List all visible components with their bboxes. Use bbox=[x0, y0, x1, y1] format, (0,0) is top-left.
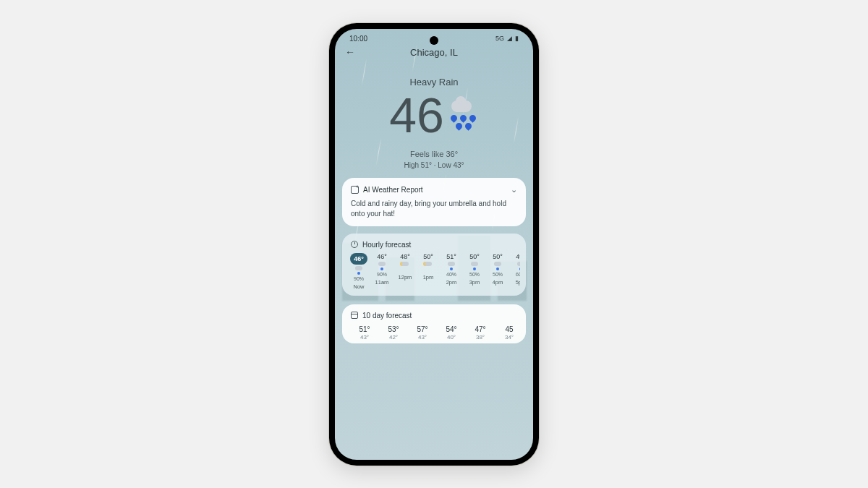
rain-icon bbox=[377, 262, 387, 270]
hour-col[interactable]: 49° 60% 5pm bbox=[510, 253, 520, 290]
day-col[interactable]: 51° 43° bbox=[351, 325, 378, 341]
camera-hole bbox=[430, 36, 438, 45]
hour-temp: 50° bbox=[423, 253, 433, 260]
hour-precip: 60% bbox=[516, 272, 520, 277]
hour-col[interactable]: 50° 50% 4pm bbox=[487, 253, 509, 290]
hour-precip: 50% bbox=[469, 272, 480, 277]
day-low: 43° bbox=[360, 334, 369, 341]
condition-label: Heavy Rain bbox=[335, 77, 533, 87]
status-right: 5G ◢ ▮ bbox=[495, 35, 519, 42]
clock-icon bbox=[351, 241, 358, 248]
hour-precip: 50% bbox=[493, 272, 503, 277]
day-high: 45 bbox=[505, 325, 513, 333]
hour-time: 1pm bbox=[423, 274, 434, 281]
hour-time: 11am bbox=[375, 279, 389, 286]
day-low: 34° bbox=[505, 334, 514, 341]
day-high: 51° bbox=[359, 325, 370, 333]
app-screen: 10:00 5G ◢ ▮ ← Chicago, IL Heavy Rain 46 bbox=[335, 29, 533, 460]
daily-row[interactable]: 51° 43° 53° 42° 57° 43° 54° 40° 47° 38° … bbox=[351, 325, 517, 341]
rain-icon bbox=[354, 266, 364, 275]
daily-header: 10 day forecast bbox=[351, 312, 517, 320]
current-temp-row: 46 bbox=[335, 90, 533, 140]
hour-temp: 48° bbox=[400, 253, 410, 260]
ai-report-header: AI Weather Report ⌄ bbox=[351, 185, 517, 194]
hour-precip: 90% bbox=[354, 276, 364, 281]
ai-report-body: Cold and rainy day, bring your umbrella … bbox=[351, 199, 517, 219]
hour-precip: 90% bbox=[377, 272, 387, 277]
hour-col[interactable]: 46° 90% 11am bbox=[371, 253, 393, 290]
day-high: 47° bbox=[475, 325, 485, 333]
hour-time: Now bbox=[353, 283, 364, 290]
hourly-row[interactable]: 46° 90% Now 46° 90% 11am 48° 12pm 50° 1p… bbox=[348, 253, 520, 290]
day-col[interactable]: 53° 42° bbox=[380, 325, 407, 341]
hourly-header: Hourly forecast bbox=[348, 241, 520, 249]
ai-report-title: AI Weather Report bbox=[363, 186, 423, 194]
rain-icon bbox=[493, 262, 503, 270]
current-temp: 46 bbox=[389, 90, 444, 140]
rain-icon bbox=[469, 262, 480, 270]
hour-temp: 50° bbox=[493, 253, 503, 260]
hour-col[interactable]: 46° 90% Now bbox=[348, 253, 370, 290]
status-time: 10:00 bbox=[349, 35, 367, 43]
signal-icon: ◢ bbox=[507, 35, 512, 42]
feels-like: Feels like 36° bbox=[335, 150, 533, 158]
day-col[interactable]: 47° 38° bbox=[467, 325, 494, 341]
hour-temp: 46° bbox=[377, 253, 387, 260]
hour-time: 3pm bbox=[469, 279, 480, 286]
hour-precip: 40% bbox=[446, 272, 456, 277]
hour-time: 4pm bbox=[493, 279, 503, 286]
hour-time: 12pm bbox=[399, 274, 412, 281]
header: ← Chicago, IL bbox=[335, 44, 533, 64]
hour-col[interactable]: 50° 50% 3pm bbox=[464, 253, 485, 290]
day-col[interactable]: 54° 40° bbox=[438, 325, 465, 341]
chevron-down-icon[interactable]: ⌄ bbox=[511, 185, 517, 194]
day-low: 42° bbox=[389, 334, 398, 341]
hour-temp: 51° bbox=[446, 253, 456, 260]
day-low: 38° bbox=[476, 334, 485, 341]
hour-temp: 46° bbox=[350, 253, 367, 265]
daily-title: 10 day forecast bbox=[362, 312, 412, 320]
ai-report-card[interactable]: AI Weather Report ⌄ Cold and rainy day, … bbox=[342, 178, 526, 226]
phone-frame: 10:00 5G ◢ ▮ ← Chicago, IL Heavy Rain 46 bbox=[329, 23, 539, 466]
hour-col[interactable]: 50° 1pm bbox=[417, 253, 439, 290]
day-low: 43° bbox=[418, 334, 427, 341]
ai-sparkle-icon bbox=[351, 186, 359, 194]
rain-icon bbox=[446, 262, 456, 270]
hour-temp: 49° bbox=[516, 253, 520, 260]
hour-temp: 50° bbox=[469, 253, 480, 260]
hour-col[interactable]: 51° 40% 2pm bbox=[441, 253, 462, 290]
rain-icon bbox=[516, 262, 520, 270]
battery-icon: ▮ bbox=[515, 35, 519, 42]
calendar-icon bbox=[351, 312, 358, 319]
hour-time: 5pm bbox=[516, 279, 520, 286]
partly-icon bbox=[423, 262, 433, 270]
partly-icon bbox=[400, 262, 410, 270]
hour-col[interactable]: 48° 12pm bbox=[394, 253, 416, 290]
day-col[interactable]: 45 34° bbox=[495, 325, 517, 341]
day-low: 40° bbox=[447, 334, 456, 341]
network-label: 5G bbox=[495, 35, 504, 42]
day-high: 54° bbox=[446, 325, 456, 333]
back-button[interactable]: ← bbox=[345, 46, 355, 58]
day-col[interactable]: 57° 43° bbox=[409, 325, 436, 341]
hour-time: 2pm bbox=[446, 279, 457, 286]
hourly-forecast-card[interactable]: Hourly forecast 46° 90% Now 46° 90% 11am… bbox=[342, 234, 526, 296]
hourly-title: Hourly forecast bbox=[362, 241, 411, 249]
day-high: 53° bbox=[388, 325, 399, 333]
high-low: High 51° · Low 43° bbox=[335, 161, 533, 169]
location-title[interactable]: Chicago, IL bbox=[410, 47, 458, 58]
daily-forecast-card[interactable]: 10 day forecast 51° 43° 53° 42° 57° 43° … bbox=[342, 304, 526, 343]
day-high: 57° bbox=[417, 325, 427, 333]
heavy-rain-icon bbox=[447, 99, 479, 131]
